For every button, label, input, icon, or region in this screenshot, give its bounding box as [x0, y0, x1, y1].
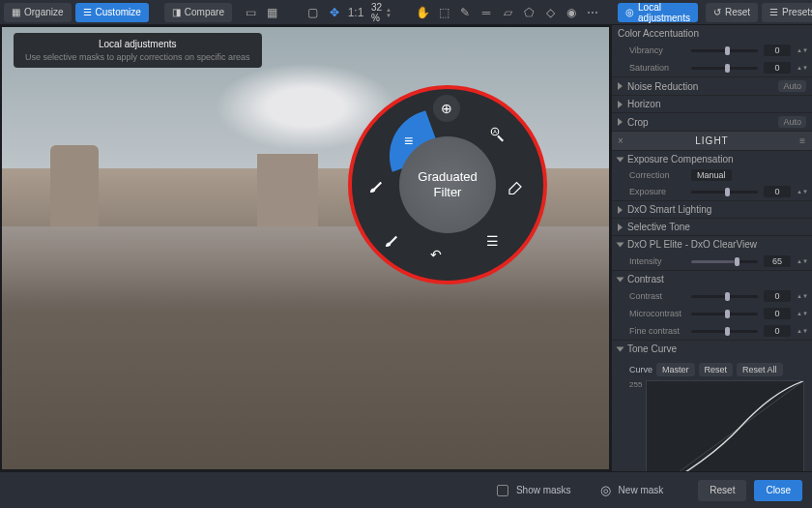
- bottom-reset-button[interactable]: Reset: [698, 480, 746, 501]
- contrast-slider[interactable]: [691, 295, 758, 298]
- reset-button[interactable]: ↺Reset: [706, 3, 758, 22]
- svg-line-2: [647, 381, 803, 471]
- contrast-label: Contrast: [629, 291, 685, 301]
- exposure-value[interactable]: 0: [764, 186, 791, 197]
- redeye-icon[interactable]: ◉: [562, 3, 581, 22]
- small-brush-segment[interactable]: [363, 174, 389, 199]
- one-to-one-icon[interactable]: 1:1: [346, 3, 365, 22]
- new-mask-label[interactable]: New mask: [619, 485, 664, 495]
- perspective-icon[interactable]: ▱: [498, 3, 517, 22]
- tooltip-desc: Use selective masks to apply corrections…: [25, 52, 250, 62]
- presets-button[interactable]: ☰Presets: [762, 3, 812, 22]
- microcontrast-slider[interactable]: [691, 313, 758, 315]
- finecontrast-value[interactable]: 0: [764, 325, 791, 337]
- correction-label: Correction: [629, 170, 685, 180]
- correction-value[interactable]: Manual: [691, 169, 732, 181]
- smart-lighting-header[interactable]: DxO Smart Lighting: [612, 201, 812, 218]
- small-brush-icon: [367, 178, 385, 195]
- view-icons: ▭ ▦: [242, 3, 282, 22]
- layers-segment[interactable]: ☰: [479, 228, 505, 254]
- master-dropdown[interactable]: Master: [656, 363, 695, 376]
- microcontrast-value[interactable]: 0: [764, 308, 791, 319]
- wb-picker-icon[interactable]: ✎: [455, 3, 475, 22]
- auto-brush-segment[interactable]: A: [485, 122, 510, 147]
- brush-segment[interactable]: [379, 228, 404, 254]
- horizon-icon[interactable]: ═: [477, 3, 496, 22]
- contrast-value[interactable]: 0: [764, 290, 791, 302]
- control-point-segment[interactable]: ⊕: [433, 95, 460, 122]
- graduated-filter-icon: ≡: [404, 133, 413, 150]
- side-panel: Color Accentuation Vibrancy0▲▼ Saturatio…: [611, 25, 812, 471]
- curve-reset-button[interactable]: Reset: [699, 363, 734, 376]
- vibrancy-label: Vibrancy: [629, 45, 685, 55]
- zoom-level[interactable]: 32 %: [371, 2, 382, 23]
- top-toolbar: ▦Organize ☰Customize ◨Compare ▭ ▦ ▢ ✥ 1:…: [0, 0, 812, 25]
- fit-screen-icon[interactable]: ▢: [304, 3, 323, 22]
- tone-curve-plot[interactable]: [646, 380, 804, 471]
- bottom-bar: Show masks ◎ New mask Reset Close: [0, 471, 812, 508]
- intensity-value[interactable]: 65: [764, 255, 791, 267]
- svg-text:A: A: [493, 129, 497, 134]
- target-icon: ⊕: [441, 101, 452, 116]
- zoom-icons: ▢ ✥ 1:1: [304, 3, 365, 22]
- image-canvas[interactable]: Local adjustments Use selective masks to…: [0, 25, 611, 471]
- compare-button[interactable]: ◨Compare: [164, 3, 232, 22]
- intensity-slider[interactable]: [691, 260, 758, 263]
- exposure-label: Exposure: [629, 187, 685, 196]
- undo-segment[interactable]: ↶: [423, 242, 449, 267]
- clearview-header[interactable]: DxO PL Elite - DxO ClearView: [612, 236, 812, 253]
- close-icon[interactable]: ×: [618, 135, 624, 146]
- close-button[interactable]: Close: [754, 480, 802, 501]
- tone-curve-header[interactable]: Tone Curve: [612, 341, 812, 357]
- perspective2-icon[interactable]: ⬠: [519, 3, 538, 22]
- tooltip: Local adjustments Use selective masks to…: [14, 33, 262, 68]
- curve-label: Curve: [629, 365, 652, 374]
- microcontrast-label: Microcontrast: [629, 309, 685, 318]
- noise-reduction-header[interactable]: Noise ReductionAuto: [612, 77, 812, 95]
- saturation-slider[interactable]: [691, 67, 758, 70]
- ellipsis-icon[interactable]: ⋯: [583, 3, 602, 22]
- show-masks-label: Show masks: [516, 485, 571, 495]
- light-section-header[interactable]: ×LIGHT≡: [612, 132, 812, 150]
- crop-header[interactable]: CropAuto: [612, 113, 812, 131]
- vibrancy-value[interactable]: 0: [764, 45, 791, 56]
- wheel-center: GraduatedFilter: [399, 136, 496, 233]
- exposure-comp-header[interactable]: Exposure Compensation: [612, 151, 812, 167]
- saturation-value[interactable]: 0: [764, 62, 791, 74]
- hand-icon[interactable]: ✋: [413, 3, 432, 22]
- menu-icon[interactable]: ≡: [799, 135, 806, 146]
- selective-tone-header[interactable]: Selective Tone: [612, 219, 812, 235]
- vibrancy-stepper[interactable]: ▲▼: [797, 44, 804, 57]
- move-icon[interactable]: ✥: [325, 3, 344, 22]
- horizon-header[interactable]: Horizon: [612, 96, 812, 112]
- undo-icon: ↶: [430, 247, 442, 262]
- finecontrast-label: Fine contrast: [629, 326, 685, 336]
- eraser-segment[interactable]: [503, 174, 528, 199]
- edit-tool-icons: ✋ ⬚ ✎ ═ ▱ ⬠ ◇ ◉ ⋯: [413, 3, 602, 22]
- auto-brush-icon: A: [489, 126, 507, 143]
- contrast-header[interactable]: Contrast: [612, 271, 812, 287]
- new-mask-icon[interactable]: ◎: [600, 483, 611, 497]
- tool-wheel: ≡ ⊕ A ☰ ↶ GraduatedFilter: [348, 85, 547, 284]
- single-view-icon[interactable]: ▭: [242, 3, 261, 22]
- customize-tab[interactable]: ☰Customize: [75, 3, 149, 22]
- grid-view-icon[interactable]: ▦: [263, 3, 282, 22]
- brush-icon: [383, 232, 400, 250]
- curve-reset-all-button[interactable]: Reset All: [737, 363, 783, 376]
- exposure-slider[interactable]: [691, 191, 758, 194]
- color-accentuation-header[interactable]: Color Accentuation: [612, 25, 812, 42]
- saturation-label: Saturation: [629, 63, 685, 73]
- eraser-icon: [507, 178, 524, 195]
- layers-icon: ☰: [486, 233, 499, 249]
- intensity-label: Intensity: [629, 256, 685, 266]
- finecontrast-slider[interactable]: [691, 330, 758, 333]
- tooltip-title: Local adjustments: [25, 39, 250, 49]
- show-masks-checkbox[interactable]: [497, 485, 508, 496]
- local-adjustments-button[interactable]: ◎Local adjustments: [618, 3, 698, 22]
- zoom-stepper[interactable]: ▲▼: [386, 6, 392, 19]
- vibrancy-slider[interactable]: [691, 49, 758, 52]
- repair-icon[interactable]: ◇: [540, 3, 560, 22]
- crop-icon[interactable]: ⬚: [434, 3, 453, 22]
- organize-tab[interactable]: ▦Organize: [4, 3, 72, 22]
